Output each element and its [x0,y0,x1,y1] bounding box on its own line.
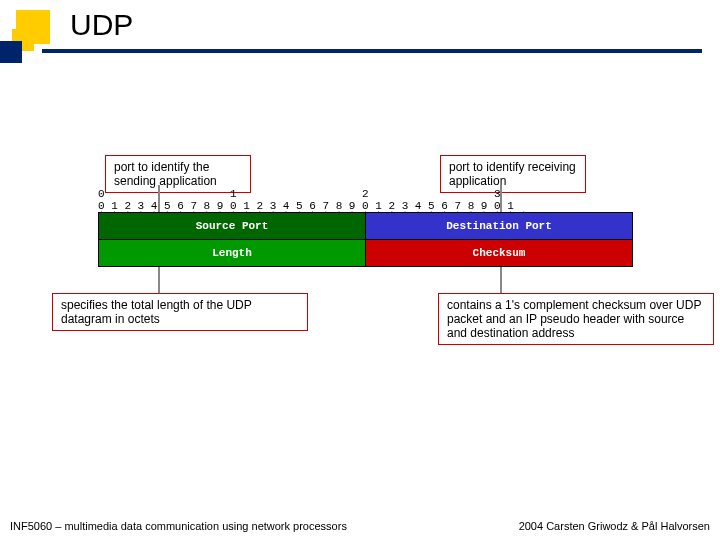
ruler-tens: 0 1 2 3 [98,188,501,200]
footer-left: INF5060 – multimedia data communication … [10,520,347,532]
page-title: UDP [70,8,133,42]
udp-header-table: Source Port Destination Port Length Chec… [98,212,633,267]
title-underline [42,49,702,53]
table-row: Source Port Destination Port [99,213,633,240]
field-destination-port: Destination Port [366,213,633,240]
field-source-port: Source Port [99,213,366,240]
field-length: Length [99,240,366,267]
field-checksum: Checksum [366,240,633,267]
callout-checksum: contains a 1's complement checksum over … [438,293,714,345]
footer-right: 2004 Carsten Griwodz & Pål Halvorsen [519,520,710,532]
callout-length: specifies the total length of the UDP da… [52,293,308,331]
accent-square-blue [0,41,22,63]
table-row: Length Checksum [99,240,633,267]
